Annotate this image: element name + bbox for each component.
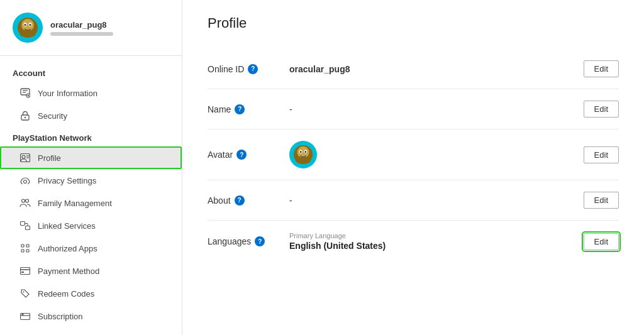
- svg-rect-6: [20, 30, 35, 36]
- psn-section-label: PlayStation Network: [0, 127, 182, 146]
- main-content: Profile Online ID ? oracular_pug8 Edit N…: [182, 0, 644, 335]
- name-value: -: [289, 104, 584, 114]
- lock-icon: [19, 109, 31, 122]
- profile-icon: [19, 151, 31, 164]
- avatar-value: [289, 141, 584, 168]
- svg-point-4: [25, 24, 26, 26]
- name-edit-button[interactable]: Edit: [584, 101, 619, 118]
- svg-point-42: [304, 151, 306, 153]
- tag-icon: [19, 287, 31, 300]
- svg-rect-27: [26, 244, 29, 247]
- sidebar: oracular_pug8 Account Your Information: [0, 0, 182, 335]
- sidebar-item-privacy-settings[interactable]: Privacy Settings: [0, 169, 182, 192]
- svg-rect-30: [21, 268, 30, 275]
- profile-avatar-image: [289, 141, 317, 168]
- avatar-edit-button[interactable]: Edit: [584, 146, 619, 163]
- svg-point-16: [22, 155, 25, 158]
- svg-point-19: [24, 180, 27, 184]
- sidebar-item-payment-method-label: Payment Method: [38, 266, 99, 276]
- history-icon: [19, 332, 31, 335]
- sidebar-item-your-information[interactable]: Your Information: [0, 82, 182, 104]
- about-help-icon[interactable]: ?: [235, 195, 245, 206]
- family-icon: [19, 197, 31, 209]
- name-label: Name ?: [208, 104, 289, 114]
- primary-language-label: Primary Language: [289, 232, 584, 239]
- profile-row-about: About ? - Edit: [208, 180, 619, 221]
- sidebar-item-redeem-codes-label: Redeem Codes: [38, 289, 94, 299]
- languages-help-icon[interactable]: ?: [255, 236, 265, 246]
- sidebar-item-profile-label: Profile: [38, 153, 61, 163]
- profile-row-languages: Languages ? Primary Language English (Un…: [208, 221, 619, 262]
- svg-point-38: [297, 146, 309, 158]
- sidebar-item-security[interactable]: Security: [0, 104, 182, 127]
- online-id-help-icon[interactable]: ?: [248, 64, 258, 74]
- sidebar-item-redeem-codes[interactable]: Redeem Codes: [0, 282, 182, 305]
- avatar-help-icon[interactable]: ?: [236, 150, 247, 160]
- svg-rect-26: [21, 244, 24, 247]
- user-info: oracular_pug8: [50, 20, 113, 36]
- profile-row-name: Name ? - Edit: [208, 89, 619, 129]
- avatar-icon: [13, 13, 43, 43]
- credit-card-icon: [19, 265, 31, 277]
- link-icon: [19, 219, 31, 232]
- sidebar-username: oracular_pug8: [50, 20, 113, 30]
- sidebar-item-profile[interactable]: Profile: [0, 146, 182, 169]
- online-id-edit-button[interactable]: Edit: [584, 60, 619, 77]
- sidebar-item-linked-services-label: Linked Services: [38, 221, 96, 231]
- person-icon: [19, 87, 31, 99]
- svg-rect-43: [296, 157, 311, 163]
- sidebar-item-security-label: Security: [38, 111, 67, 121]
- languages-value: Primary Language English (United States): [289, 232, 584, 251]
- sidebar-item-transaction-history[interactable]: Transaction History: [0, 327, 182, 335]
- profile-row-online-id: Online ID ? oracular_pug8 Edit: [208, 49, 619, 89]
- svg-point-21: [26, 199, 29, 202]
- sidebar-item-family-management-label: Family Management: [38, 199, 112, 208]
- sidebar-bar-decoration: [50, 32, 113, 36]
- svg-point-20: [22, 199, 25, 202]
- eye-icon: [19, 174, 31, 187]
- svg-rect-29: [26, 250, 29, 252]
- svg-point-5: [30, 24, 31, 26]
- sidebar-item-family-management[interactable]: Family Management: [0, 192, 182, 214]
- sidebar-item-privacy-settings-label: Privacy Settings: [38, 176, 96, 185]
- about-value: -: [289, 195, 584, 206]
- online-id-label: Online ID ?: [208, 64, 289, 74]
- sidebar-item-subscription-label: Subscription: [38, 312, 83, 321]
- apps-icon: [19, 242, 31, 255]
- account-section-label: Account: [0, 62, 182, 82]
- about-label: About ?: [208, 195, 289, 206]
- profile-row-avatar: Avatar ? Edit: [208, 129, 619, 180]
- languages-edit-button[interactable]: Edit: [584, 233, 619, 250]
- svg-rect-22: [21, 222, 25, 226]
- svg-rect-32: [21, 272, 24, 273]
- svg-point-14: [25, 117, 26, 118]
- page-title: Profile: [208, 15, 619, 31]
- sidebar-item-subscription[interactable]: Subscription: [0, 305, 182, 327]
- svg-rect-23: [26, 226, 30, 230]
- avatar-label: Avatar ?: [208, 150, 289, 160]
- svg-point-36: [22, 314, 24, 316]
- svg-point-1: [21, 19, 34, 31]
- primary-language-value: English (United States): [289, 241, 386, 251]
- sidebar-item-authorized-apps[interactable]: Authorized Apps: [0, 237, 182, 260]
- name-help-icon[interactable]: ?: [235, 104, 245, 114]
- about-edit-button[interactable]: Edit: [584, 192, 619, 209]
- languages-label: Languages ?: [208, 236, 289, 246]
- sidebar-item-authorized-apps-label: Authorized Apps: [38, 244, 97, 253]
- sidebar-user: oracular_pug8: [0, 13, 182, 56]
- sidebar-item-payment-method[interactable]: Payment Method: [0, 260, 182, 282]
- sidebar-item-your-information-label: Your Information: [38, 89, 97, 98]
- online-id-value: oracular_pug8: [289, 64, 584, 74]
- svg-rect-28: [21, 250, 24, 252]
- svg-point-41: [300, 151, 302, 153]
- svg-point-33: [23, 292, 25, 293]
- sidebar-item-linked-services[interactable]: Linked Services: [0, 214, 182, 237]
- subscription-icon: [19, 310, 31, 322]
